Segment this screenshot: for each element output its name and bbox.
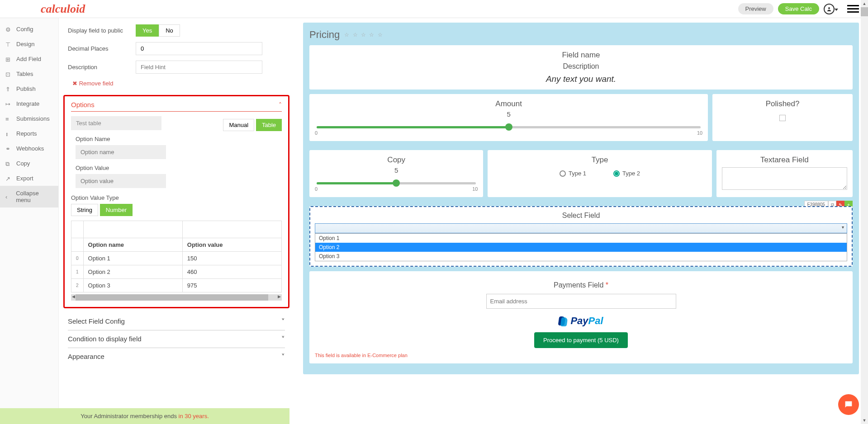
hamburger-menu-icon[interactable] xyxy=(847,3,859,14)
display-field-label: Display field to public xyxy=(68,27,136,34)
col-option-name: Option name xyxy=(83,238,182,252)
sidebar-item-webhooks[interactable]: ⚭Webhooks xyxy=(0,141,58,156)
type1-radio[interactable]: Type 1 xyxy=(560,170,586,177)
row-val: 975 xyxy=(182,279,281,292)
options-section: Options ˄ Manual Table Option Name Optio… xyxy=(63,95,289,308)
sidebar-item-integrate[interactable]: ↦Integrate xyxy=(0,96,58,111)
top-bar: calculoid Preview Save Calc xyxy=(0,0,868,18)
idx-head xyxy=(71,221,84,238)
sidebar-item-label: Reports xyxy=(16,130,37,137)
dropdown-option[interactable]: Option 3 xyxy=(315,252,847,261)
payments-card: Payments Field * PayPal Proceed to payme… xyxy=(309,271,853,363)
condition-section[interactable]: Condition to display field ˅ xyxy=(68,330,285,348)
filter-row xyxy=(71,221,282,238)
type-label: Type xyxy=(493,155,706,165)
slider-fill xyxy=(317,182,396,184)
remove-field-link[interactable]: ✖ Remove field xyxy=(68,76,114,90)
save-calc-button[interactable]: Save Calc xyxy=(778,3,819,14)
type-radio-row: Type 1 Type 2 xyxy=(493,170,706,177)
any-text: Any text you want. xyxy=(315,74,847,84)
manual-button[interactable]: Manual xyxy=(223,119,254,131)
radio-off-icon xyxy=(560,170,566,177)
table-row[interactable]: 0 Option 1 150 xyxy=(71,252,282,265)
table-name-input[interactable] xyxy=(71,116,161,130)
sidebar-item-design[interactable]: ⊤Design xyxy=(0,37,58,52)
email-input[interactable] xyxy=(486,294,676,309)
sidebar-item-copy[interactable]: ⧉Copy xyxy=(0,156,58,171)
idx-head xyxy=(71,238,84,252)
preview-button[interactable]: Preview xyxy=(738,3,773,14)
description-input[interactable] xyxy=(136,61,262,74)
slider-fill xyxy=(317,126,509,128)
string-button[interactable]: String xyxy=(71,204,98,216)
sidebar: ⚙Config ⊤Design ⊞Add Field ⊡Tables ⇑Publ… xyxy=(0,18,59,424)
section-label: Appearance xyxy=(68,353,104,361)
sidebar-item-config[interactable]: ⚙Config xyxy=(0,22,58,37)
number-button[interactable]: Number xyxy=(100,204,133,216)
display-yes-button[interactable]: Yes xyxy=(136,24,159,37)
sidebar-item-label: Export xyxy=(16,175,33,182)
sidebar-item-tables[interactable]: ⊡Tables xyxy=(0,66,58,81)
option-value-input[interactable] xyxy=(76,174,166,188)
logo: calculoid xyxy=(41,2,85,16)
design-icon: ⊤ xyxy=(5,41,12,47)
amount-slider[interactable] xyxy=(317,126,701,128)
slider-thumb[interactable] xyxy=(505,123,512,131)
table-button[interactable]: Table xyxy=(256,119,282,131)
options-header[interactable]: Options ˄ xyxy=(71,101,282,112)
sidebar-item-add-field[interactable]: ⊞Add Field xyxy=(0,52,58,66)
filter-name-input[interactable] xyxy=(88,224,178,235)
textarea-input[interactable] xyxy=(722,167,847,190)
chevron-left-icon: ‹ xyxy=(5,193,11,200)
filter-value-input[interactable] xyxy=(187,224,277,235)
user-menu-icon[interactable] xyxy=(824,4,835,14)
dropdown-option[interactable]: Option 1 xyxy=(315,234,847,243)
row-val: 150 xyxy=(182,252,281,265)
description-row: Description xyxy=(68,58,285,76)
chevron-up-icon: ˄ xyxy=(279,101,282,108)
sidebar-item-label: Webhooks xyxy=(16,145,44,152)
rating-stars-icon[interactable]: ☆ ☆ ☆ ☆ ☆ xyxy=(344,32,383,38)
option-name-label: Option Name xyxy=(76,136,282,142)
person-icon xyxy=(826,6,832,12)
polished-checkbox[interactable] xyxy=(779,115,786,121)
dropdown-list: Option 1 Option 2 Option 3 xyxy=(315,233,847,261)
scroll-up-icon: ▲ xyxy=(861,0,868,7)
sidebar-item-submissions[interactable]: ≡Submissions xyxy=(0,111,58,126)
sidebar-item-label: Collapse menu xyxy=(16,190,53,203)
slider-thumb[interactable] xyxy=(393,179,400,187)
sidebar-item-publish[interactable]: ⇑Publish xyxy=(0,81,58,96)
row-name: Option 3 xyxy=(83,279,182,292)
sidebar-item-label: Publish xyxy=(16,85,36,92)
select-dropdown[interactable] xyxy=(315,223,847,233)
textarea-label: Textarea Field xyxy=(722,155,847,165)
sidebar-item-reports[interactable]: ⫾Reports xyxy=(0,126,58,141)
gear-icon: ⚙ xyxy=(5,26,12,33)
chat-bubble-button[interactable] xyxy=(838,394,859,415)
sidebar-item-label: Tables xyxy=(16,71,33,77)
scrollbar-thumb[interactable] xyxy=(76,294,268,301)
table-row[interactable]: 1 Option 2 460 xyxy=(71,265,282,279)
dropdown-option-highlighted[interactable]: Option 2 xyxy=(315,243,847,252)
chart-icon: ⫾ xyxy=(5,131,12,137)
decimal-input[interactable] xyxy=(136,42,262,55)
copy-card: Copy 5 0 10 xyxy=(309,150,483,197)
page-vertical-scrollbar[interactable]: ▲ ▼ xyxy=(861,0,868,424)
appearance-section[interactable]: Appearance ˅ xyxy=(68,348,285,365)
copy-slider[interactable] xyxy=(317,182,476,184)
display-no-button[interactable]: No xyxy=(159,24,180,37)
proceed-payment-button[interactable]: Proceed to payment (5 USD) xyxy=(534,332,628,348)
chevron-down-icon: ˅ xyxy=(281,317,285,325)
sidebar-collapse-menu[interactable]: ‹Collapse menu xyxy=(0,186,58,207)
scrollbar-thumb[interactable] xyxy=(861,7,868,16)
table-horizontal-scrollbar[interactable]: ◀ ▶ xyxy=(71,294,282,301)
field-name-text: Field name xyxy=(315,51,847,60)
sidebar-item-export[interactable]: ↗Export xyxy=(0,171,58,186)
table-row[interactable]: 2 Option 3 975 xyxy=(71,279,282,292)
type2-radio[interactable]: Type 2 xyxy=(613,170,640,177)
option-name-input[interactable] xyxy=(76,145,166,159)
copy-value: 5 xyxy=(315,166,478,174)
select-field-config-section[interactable]: Select Field Config ˅ xyxy=(68,313,285,330)
webhook-icon: ⚭ xyxy=(5,146,12,152)
row-val: 460 xyxy=(182,265,281,279)
